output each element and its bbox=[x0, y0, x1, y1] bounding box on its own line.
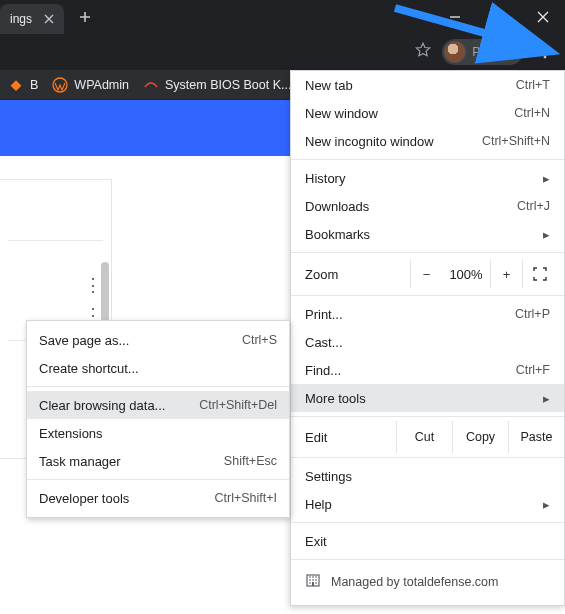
edit-cut-button[interactable]: Cut bbox=[396, 421, 452, 453]
bookmark-icon: ◆ bbox=[8, 77, 24, 93]
svg-rect-1 bbox=[497, 12, 504, 19]
bookmark-label: System BIOS Boot K... bbox=[165, 78, 291, 92]
menu-new-incognito[interactable]: New incognito windowCtrl+Shift+N bbox=[291, 127, 564, 155]
fullscreen-button[interactable] bbox=[522, 260, 556, 288]
svg-point-4 bbox=[544, 56, 547, 59]
menu-bookmarks[interactable]: Bookmarks▸ bbox=[291, 220, 564, 248]
maximize-button[interactable] bbox=[477, 0, 521, 34]
profile-chip[interactable]: Paused bbox=[442, 39, 523, 65]
submenu-extensions[interactable]: Extensions bbox=[27, 419, 289, 447]
new-tab-button[interactable] bbox=[72, 4, 98, 30]
chevron-right-icon: ▸ bbox=[543, 227, 550, 242]
svg-point-3 bbox=[544, 51, 547, 54]
svg-point-2 bbox=[544, 46, 547, 49]
bios-icon bbox=[143, 77, 159, 93]
chevron-right-icon: ▸ bbox=[543, 497, 550, 512]
bookmark-star-icon[interactable] bbox=[414, 41, 432, 63]
browser-tab[interactable]: ings bbox=[0, 4, 64, 34]
submenu-task-manager[interactable]: Task managerShift+Esc bbox=[27, 447, 289, 475]
zoom-percent: 100% bbox=[442, 267, 490, 282]
menu-downloads[interactable]: DownloadsCtrl+J bbox=[291, 192, 564, 220]
svg-rect-0 bbox=[495, 14, 502, 21]
menu-managed-by[interactable]: Managed by totaldefense.com bbox=[291, 564, 564, 599]
chrome-main-menu: New tabCtrl+T New windowCtrl+N New incog… bbox=[290, 70, 565, 606]
submenu-developer-tools[interactable]: Developer toolsCtrl+Shift+I bbox=[27, 484, 289, 512]
menu-edit: Edit Cut Copy Paste bbox=[291, 421, 564, 453]
more-icon[interactable]: ⋮ bbox=[84, 276, 102, 294]
managed-label: Managed by totaldefense.com bbox=[331, 575, 498, 589]
svg-rect-7 bbox=[312, 582, 314, 586]
submenu-save-page[interactable]: Save page as...Ctrl+S bbox=[27, 326, 289, 354]
submenu-create-shortcut[interactable]: Create shortcut... bbox=[27, 354, 289, 382]
chevron-right-icon: ▸ bbox=[543, 391, 550, 406]
bookmark-item[interactable]: ◆ B bbox=[8, 77, 38, 93]
edit-copy-button[interactable]: Copy bbox=[452, 421, 508, 453]
tab-title: ings bbox=[10, 12, 32, 26]
zoom-out-button[interactable]: − bbox=[410, 260, 442, 288]
menu-settings[interactable]: Settings bbox=[291, 462, 564, 490]
menu-new-window[interactable]: New windowCtrl+N bbox=[291, 99, 564, 127]
menu-exit[interactable]: Exit bbox=[291, 527, 564, 555]
menu-print[interactable]: Print...Ctrl+P bbox=[291, 300, 564, 328]
building-icon bbox=[305, 572, 321, 591]
menu-cast[interactable]: Cast... bbox=[291, 328, 564, 356]
main-menu-button[interactable] bbox=[533, 40, 557, 64]
minimize-button[interactable] bbox=[433, 0, 477, 34]
edit-paste-button[interactable]: Paste bbox=[508, 421, 564, 453]
menu-history[interactable]: History▸ bbox=[291, 164, 564, 192]
bookmark-item[interactable]: WPAdmin bbox=[52, 77, 129, 93]
submenu-clear-browsing-data[interactable]: Clear browsing data...Ctrl+Shift+Del bbox=[27, 391, 289, 419]
bookmark-label: B bbox=[30, 78, 38, 92]
menu-find[interactable]: Find...Ctrl+F bbox=[291, 356, 564, 384]
bookmark-item[interactable]: System BIOS Boot K... bbox=[143, 77, 291, 93]
close-tab-icon[interactable] bbox=[44, 14, 54, 24]
menu-help[interactable]: Help▸ bbox=[291, 490, 564, 518]
more-tools-submenu: Save page as...Ctrl+S Create shortcut...… bbox=[26, 320, 290, 518]
menu-new-tab[interactable]: New tabCtrl+T bbox=[291, 71, 564, 99]
menu-more-tools[interactable]: More tools▸ bbox=[291, 384, 564, 412]
chevron-right-icon: ▸ bbox=[543, 171, 550, 186]
menu-zoom: Zoom − 100% + bbox=[291, 257, 564, 291]
profile-status: Paused bbox=[472, 45, 513, 59]
wordpress-icon bbox=[52, 77, 68, 93]
window-titlebar: ings bbox=[0, 0, 565, 34]
close-window-button[interactable] bbox=[521, 0, 565, 34]
avatar bbox=[444, 41, 466, 63]
zoom-in-button[interactable]: + bbox=[490, 260, 522, 288]
toolbar: Paused bbox=[0, 34, 565, 70]
scrollbar-thumb[interactable] bbox=[101, 262, 109, 322]
bookmark-label: WPAdmin bbox=[74, 78, 129, 92]
